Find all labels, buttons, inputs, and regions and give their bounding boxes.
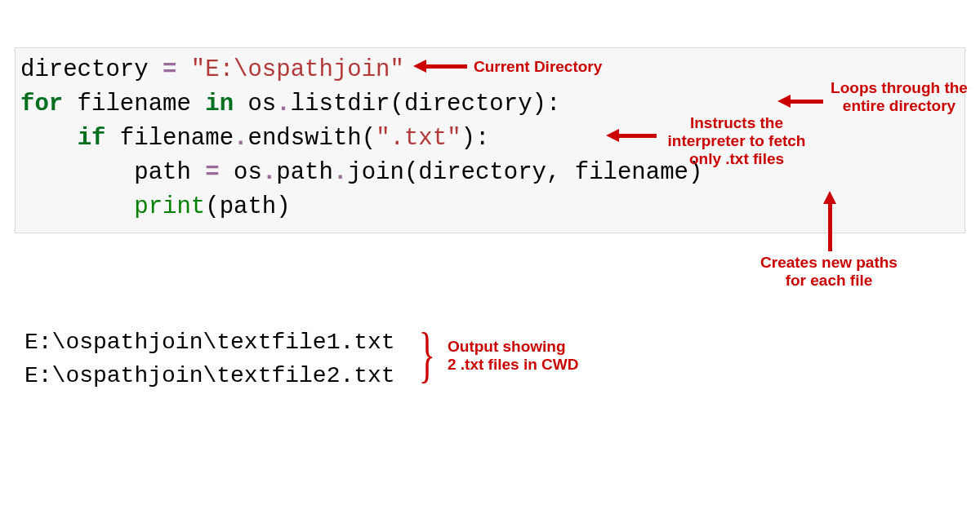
token: listdir(directory): (291, 91, 561, 117)
annotation-text: 2 .txt files in CWD (448, 356, 578, 373)
token-keyword: if (78, 125, 106, 152)
token: path (134, 159, 205, 186)
annotation-text: Loops through the (831, 79, 968, 96)
output-line-2: E:\ospathjoin\textfile2.txt (24, 360, 395, 393)
brace-icon: } (419, 324, 435, 387)
token: (path) (205, 193, 290, 220)
code-line-4: path = os.path.join(directory, filename) (16, 156, 964, 190)
output-line-1: E:\ospathjoin\textfile1.txt (24, 326, 395, 360)
token: join(directory, filename) (347, 159, 702, 186)
token-dot: . (276, 91, 290, 117)
annotation-loops-directory: Loops through the entire directory (825, 79, 973, 115)
arrow-left-icon (606, 129, 657, 142)
token-op: = (163, 56, 191, 83)
token-dot: . (262, 159, 276, 186)
arrow-left-icon (413, 60, 467, 73)
arrow-up-icon (823, 191, 836, 251)
annotation-text: Current Directory (474, 58, 602, 75)
token-op: = (205, 159, 234, 186)
token-keyword: for (20, 91, 63, 117)
token-var: directory (20, 56, 163, 83)
annotation-creates-paths: Creates new paths for each file (742, 254, 916, 290)
arrow-left-icon (777, 95, 823, 108)
annotation-text: interpreter to fetch (668, 132, 806, 149)
code-line-5: print(path) (16, 190, 964, 224)
token-funcname: print (134, 193, 205, 220)
token: ): (461, 125, 490, 152)
annotation-instructs-fetch: Instructs the interpreter to fetch only … (655, 114, 818, 168)
token: os (234, 159, 262, 186)
output-panel: E:\ospathjoin\textfile1.txt E:\ospathjoi… (24, 326, 395, 392)
indent (20, 125, 78, 152)
token: path (276, 159, 333, 186)
token-string: "E:\ospathjoin" (191, 56, 404, 83)
token-keyword: in (205, 91, 234, 117)
token: os (234, 91, 276, 117)
token: filename (63, 91, 205, 117)
token: filename (105, 125, 234, 152)
indent (20, 159, 134, 186)
token-dot: . (333, 159, 347, 186)
token-dot: . (234, 125, 247, 152)
annotation-text: Output showing (448, 338, 566, 355)
annotation-text: Creates new paths (760, 254, 898, 271)
annotation-output-description: Output showing 2 .txt files in CWD (448, 338, 611, 374)
annotation-text: only .txt files (689, 150, 784, 167)
token: endswith( (247, 125, 376, 152)
annotation-text: for each file (786, 272, 873, 289)
token-string: ".txt" (376, 125, 461, 152)
indent (20, 193, 134, 220)
annotation-current-directory: Current Directory (474, 58, 602, 76)
annotation-text: entire directory (843, 97, 956, 114)
code-line-3: if filename.endswith(".txt"): (16, 122, 964, 156)
annotation-text: Instructs the (690, 114, 783, 131)
